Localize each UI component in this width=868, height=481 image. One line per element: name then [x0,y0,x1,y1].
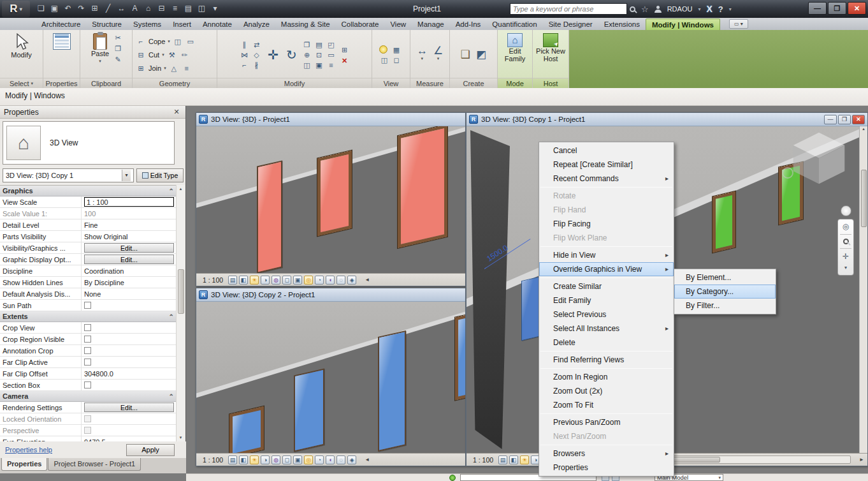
menu-item-zoom-to-fit[interactable]: Zoom To Fit [539,398,674,412]
scrollbar-thumb[interactable] [861,170,867,227]
apply-button[interactable]: Apply [126,444,175,456]
section-icon[interactable]: ⊟ [156,3,167,14]
rotate-icon[interactable]: ↻ [284,47,300,63]
create-assembly-button[interactable]: ❑ [459,50,472,60]
menu-item-zoom-out-2x[interactable]: Zoom Out (2x) [539,384,674,398]
default-3d-view-icon[interactable]: ⌂ [143,3,154,14]
lightbulb-icon[interactable] [379,45,387,54]
revit-logo[interactable]: R▾ [2,1,30,17]
signed-in-user[interactable]: RDAOU [667,5,693,13]
section-camera[interactable]: Camera⌃ [0,391,177,402]
tab-systems[interactable]: Systems [127,18,167,30]
property-value[interactable] [82,425,177,436]
pin-position-icon[interactable]: ⊞ [340,45,350,55]
save-icon[interactable]: ▣ [49,3,60,14]
restore-button[interactable]: ❐ [828,2,846,15]
view-scale-button[interactable]: 1 : 100 [470,456,496,464]
visual-style-icon[interactable]: ◧ [509,455,518,464]
measure-button[interactable]: ↔▾ [415,46,430,64]
tab-architecture[interactable]: Architecture [36,18,86,30]
sun-path-icon[interactable]: ☀ [250,276,259,285]
menu-item-zoom-in-region[interactable]: Zoom In Region [539,370,674,384]
lock-3d-icon[interactable]: ◎ [304,276,313,285]
minimize-button[interactable]: — [808,2,827,15]
shadows-icon[interactable]: ◑ [261,455,270,464]
tab-structure[interactable]: Structure [86,18,127,30]
tab-add-ins[interactable]: Add-Ins [450,18,487,30]
edit-family-button[interactable]: ⌂ Edit Family [499,32,531,64]
close-icon[interactable]: ✕ [171,108,182,116]
trim-icon[interactable]: ⌐ [240,61,250,70]
property-value[interactable]: Edit... [82,402,177,413]
tab-collaborate[interactable]: Collaborate [336,18,385,30]
window-element[interactable] [317,151,352,236]
tab-project-browser[interactable]: Project Browser - Project1 [48,458,141,471]
window-element[interactable] [712,191,735,253]
property-value[interactable] [82,357,177,367]
tab-view[interactable]: View [384,18,412,30]
sun-path-icon[interactable]: ☀ [520,455,529,464]
crop-view-icon[interactable]: ◻ [282,276,291,285]
window-element[interactable] [229,406,264,453]
submenu-item-by-element[interactable]: By Element... [674,270,776,285]
trim-corner-icon[interactable]: ◫ [302,61,312,70]
rendering-dialog-icon[interactable]: ◍ [271,276,280,285]
scroll-left-icon[interactable]: ◄ [365,457,370,463]
tab-manage[interactable]: Manage [412,18,450,30]
detail-level-icon[interactable]: ▤ [228,276,237,285]
extend-icon[interactable]: ▭ [326,50,336,60]
aligned-dimension-icon[interactable]: ↔ [116,3,127,14]
edit-button[interactable]: Edit... [84,255,174,264]
property-value[interactable] [82,322,177,333]
view-minimize-button[interactable]: — [824,115,837,124]
tab-annotate[interactable]: Annotate [197,18,238,30]
reveal-hidden-icon[interactable]: ◖ [326,276,335,285]
horizontal-scrollbar[interactable] [644,455,851,464]
analytical-model-icon[interactable]: ◌ [336,276,345,285]
view-close-button[interactable]: ✕ [852,115,865,124]
window-icon[interactable]: ◫ [379,56,389,65]
property-value[interactable] [82,334,177,344]
property-value[interactable]: 9470.5 [82,436,177,441]
menu-item-override-graphics-in-view[interactable]: Override Graphics in View▸ [539,262,674,276]
visual-style-icon[interactable]: ◧ [239,276,248,285]
nav-menu-chevron-icon[interactable]: ▾ [844,264,847,272]
steering-wheel-icon[interactable] [841,205,851,216]
window-element[interactable] [398,126,447,248]
section-graphics[interactable]: Graphics⌃ [0,186,177,196]
remove-paint-icon[interactable]: ▭ [185,37,196,47]
thin-lines-icon[interactable]: ≡ [170,3,180,14]
view-scale-input[interactable]: 1 : 100 [84,197,174,207]
mirror-axis-icon[interactable]: ⋈ [240,50,250,60]
properties-button[interactable] [51,32,73,51]
property-value[interactable]: 100 [82,208,177,219]
print-icon[interactable]: ⊞ [89,3,100,14]
window-element[interactable] [294,368,324,452]
tab-insert[interactable]: Insert [167,18,197,30]
pick-new-host-button[interactable]: Pick New Host [534,32,567,64]
shadows-icon[interactable]: ◑ [261,276,270,285]
redo-icon[interactable]: ↷ [76,3,87,14]
create-group-button[interactable]: ◩ [474,50,488,60]
close-button[interactable]: ✕ [848,2,866,15]
palette-scrollbar[interactable]: ▴ ▾ [176,185,185,441]
property-value[interactable]: Fine [82,219,177,230]
zoom-icon[interactable] [843,239,849,244]
palette-header[interactable]: Properties ✕ [0,106,185,119]
checkbox[interactable] [84,324,91,331]
submenu-item-by-filter[interactable]: By Filter... [674,299,776,313]
chevron-down-icon[interactable]: ▾ [122,170,131,181]
measure-icon[interactable]: ╱ [103,3,113,14]
window-element[interactable] [455,311,465,400]
checkbox[interactable] [84,336,91,343]
copy-element-icon[interactable]: ❐ [302,40,312,50]
edit-type-button[interactable]: Edit Type [136,168,184,182]
checkbox[interactable] [84,359,91,366]
crop-region-icon[interactable]: ▣ [293,276,302,285]
menu-item-cancel[interactable]: Cancel [539,144,674,158]
paint-icon[interactable]: ◫ [173,37,183,47]
viewcube[interactable] [792,131,846,185]
type-selector[interactable]: ⌂ 3D View [3,121,175,165]
menu-item-hide-in-view[interactable]: Hide in View▸ [539,248,674,262]
property-value[interactable]: Show Original [82,231,177,242]
